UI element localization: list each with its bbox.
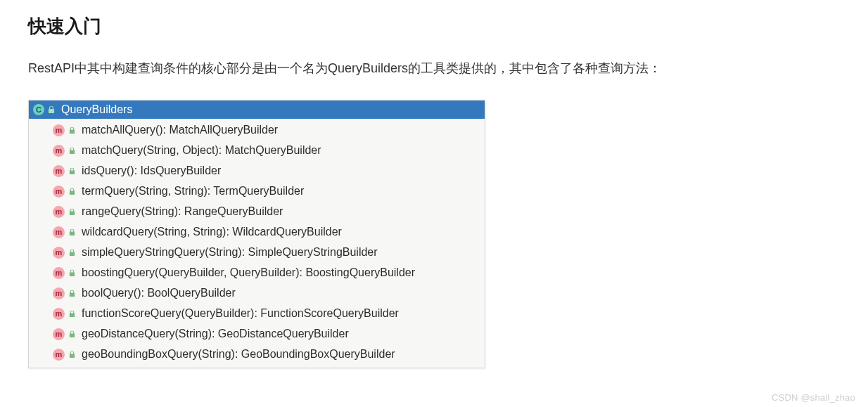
method-row[interactable]: mmatchAllQuery(): MatchAllQueryBuilder xyxy=(29,120,485,141)
method-name: functionScoreQuery xyxy=(82,307,181,319)
method-icon: m xyxy=(53,186,65,198)
method-params: (): xyxy=(127,164,141,176)
method-icon: m xyxy=(53,206,65,218)
method-name: idsQuery xyxy=(82,164,127,176)
method-name: geoBoundingBoxQuery xyxy=(82,348,198,360)
method-return-type: RangeQueryBuilder xyxy=(184,205,283,217)
method-icon: m xyxy=(53,267,65,279)
lock-icon xyxy=(68,249,76,257)
method-signature: termQuery(String, String): TermQueryBuil… xyxy=(82,185,304,198)
method-signature: matchAllQuery(): MatchAllQueryBuilder xyxy=(82,124,278,136)
method-params: (QueryBuilder, QueryBuilder): xyxy=(155,266,305,278)
method-icon: m xyxy=(53,226,65,238)
method-params: (): xyxy=(134,287,148,299)
method-row[interactable]: mrangeQuery(String): RangeQueryBuilder xyxy=(29,202,485,222)
method-signature: functionScoreQuery(QueryBuilder): Functi… xyxy=(82,307,399,320)
lock-icon xyxy=(68,330,76,338)
method-name: geoDistanceQuery xyxy=(82,328,175,340)
method-signature: geoBoundingBoxQuery(String): GeoBounding… xyxy=(82,348,395,361)
method-return-type: GeoDistanceQueryBuilder xyxy=(218,328,349,340)
method-return-type: BoostingQueryBuilder xyxy=(305,266,415,278)
intro-paragraph: RestAPI中其中构建查询条件的核心部分是由一个名为QueryBuilders… xyxy=(28,58,840,79)
method-signature: wildcardQuery(String, String): WildcardQ… xyxy=(82,226,342,238)
method-return-type: BoolQueryBuilder xyxy=(147,287,235,299)
method-row[interactable]: midsQuery(): IdsQueryBuilder xyxy=(29,161,485,181)
lock-icon xyxy=(68,351,76,358)
method-signature: simpleQueryStringQuery(String): SimpleQu… xyxy=(82,246,378,259)
method-signature: matchQuery(String, Object): MatchQueryBu… xyxy=(82,144,321,157)
panel-header: C QueryBuilders xyxy=(29,101,485,119)
method-name: boolQuery xyxy=(82,287,134,299)
method-name: matchAllQuery xyxy=(82,124,155,136)
method-name: wildcardQuery xyxy=(82,226,153,238)
method-return-type: TermQueryBuilder xyxy=(213,185,304,197)
method-params: (String): xyxy=(175,328,218,340)
method-params: (String): xyxy=(198,348,241,360)
method-row[interactable]: mwildcardQuery(String, String): Wildcard… xyxy=(29,222,485,243)
method-row[interactable]: mboolQuery(): BoolQueryBuilder xyxy=(29,283,485,304)
lock-icon xyxy=(68,310,76,318)
method-return-type: FunctionScoreQueryBuilder xyxy=(260,307,399,319)
method-icon: m xyxy=(53,328,65,340)
page-heading: 快速入门 xyxy=(28,14,840,39)
lock-icon xyxy=(68,290,76,297)
method-return-type: MatchAllQueryBuilder xyxy=(169,124,278,136)
method-return-type: IdsQueryBuilder xyxy=(141,164,222,176)
method-row[interactable]: mgeoDistanceQuery(String): GeoDistanceQu… xyxy=(29,324,485,344)
method-name: rangeQuery xyxy=(82,205,141,217)
method-return-type: GeoBoundingBoxQueryBuilder xyxy=(241,348,395,360)
method-icon: m xyxy=(53,165,65,177)
lock-icon xyxy=(68,127,76,134)
method-row[interactable]: mtermQuery(String, String): TermQueryBui… xyxy=(29,181,485,202)
lock-icon xyxy=(68,167,76,175)
method-name: simpleQueryStringQuery xyxy=(82,246,205,258)
method-row[interactable]: mboostingQuery(QueryBuilder, QueryBuilde… xyxy=(29,263,485,283)
method-row[interactable]: mfunctionScoreQuery(QueryBuilder): Funct… xyxy=(29,304,485,324)
method-params: (String, String): xyxy=(135,185,214,197)
lock-icon xyxy=(47,105,56,114)
code-completion-panel: C QueryBuilders mmatchAllQuery(): MatchA… xyxy=(28,100,485,368)
lock-icon xyxy=(68,188,76,195)
method-icon: m xyxy=(53,288,65,299)
method-signature: geoDistanceQuery(String): GeoDistanceQue… xyxy=(82,328,349,340)
method-params: (String): xyxy=(141,205,184,217)
method-params: (String, String): xyxy=(153,226,232,238)
method-icon: m xyxy=(53,308,65,320)
class-name: QueryBuilders xyxy=(61,103,132,116)
method-row[interactable]: mgeoBoundingBoxQuery(String): GeoBoundin… xyxy=(29,344,485,365)
method-params: (): xyxy=(155,124,170,136)
method-name: boostingQuery xyxy=(82,266,155,278)
method-icon: m xyxy=(53,247,65,259)
lock-icon xyxy=(68,208,76,216)
method-icon: m xyxy=(53,349,65,361)
method-name: termQuery xyxy=(82,185,135,197)
method-list: mmatchAllQuery(): MatchAllQueryBuildermm… xyxy=(29,119,485,368)
method-signature: boostingQuery(QueryBuilder, QueryBuilder… xyxy=(82,266,415,279)
method-name: matchQuery xyxy=(82,144,143,156)
method-row[interactable]: msimpleQueryStringQuery(String): SimpleQ… xyxy=(29,243,485,263)
method-return-type: SimpleQueryStringBuilder xyxy=(248,246,378,258)
class-icon: C xyxy=(33,104,44,115)
lock-icon xyxy=(68,269,76,277)
method-return-type: MatchQueryBuilder xyxy=(225,144,321,156)
lock-icon xyxy=(68,147,76,155)
method-params: (QueryBuilder): xyxy=(181,307,260,319)
method-params: (String, Object): xyxy=(143,144,224,156)
lock-icon xyxy=(68,228,76,236)
method-icon: m xyxy=(53,145,65,157)
method-row[interactable]: mmatchQuery(String, Object): MatchQueryB… xyxy=(29,141,485,161)
method-return-type: WildcardQueryBuilder xyxy=(232,226,342,238)
method-signature: boolQuery(): BoolQueryBuilder xyxy=(82,287,236,299)
method-params: (String): xyxy=(205,246,248,258)
method-icon: m xyxy=(53,124,65,136)
method-signature: idsQuery(): IdsQueryBuilder xyxy=(82,164,221,177)
method-signature: rangeQuery(String): RangeQueryBuilder xyxy=(82,205,283,218)
